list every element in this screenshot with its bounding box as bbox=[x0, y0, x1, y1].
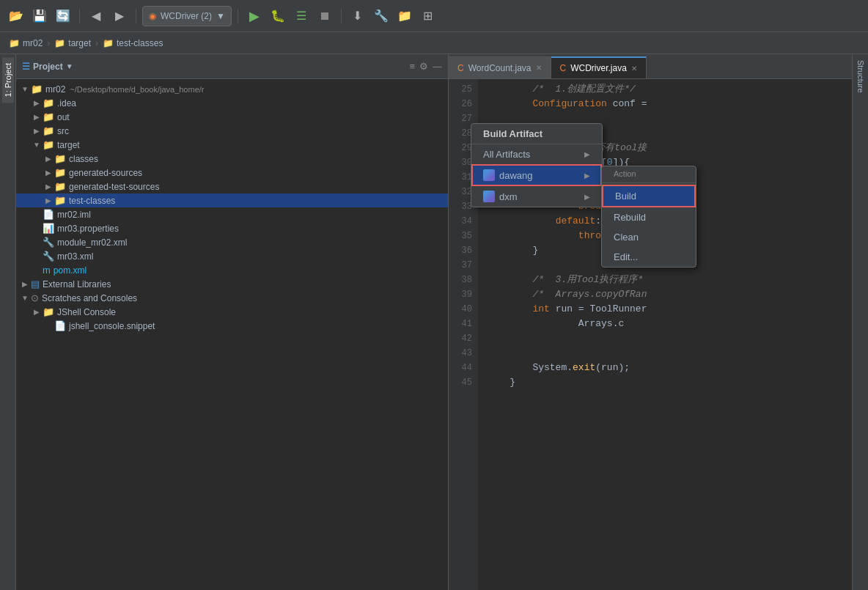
module-mr02-xml-label: module_mr02.xml bbox=[57, 237, 127, 248]
submenu-item-clean[interactable]: Clean bbox=[602, 227, 696, 247]
mr03-xml-label: mr03.xml bbox=[57, 251, 93, 262]
open-folder-icon[interactable]: 📂 bbox=[6, 6, 26, 26]
separator bbox=[341, 9, 342, 23]
all-artifacts-label: All Artifacts bbox=[483, 149, 530, 160]
test-classes-label: test-classes bbox=[69, 196, 115, 206]
project-title-area: ☰ Project ▼ bbox=[22, 62, 73, 72]
tree-item-idea[interactable]: ▶ 📁 .idea bbox=[16, 96, 448, 110]
idea-label: .idea bbox=[57, 98, 76, 108]
right-side-tab: Structure bbox=[852, 54, 868, 590]
expand-ext-libs[interactable]: ▶ bbox=[19, 280, 31, 288]
collapse-all-icon[interactable]: ≡ bbox=[409, 61, 415, 72]
breadcrumb-mr02[interactable]: 📁 mr02 bbox=[9, 38, 43, 48]
project-header: ☰ Project ▼ ≡ ⚙ — bbox=[16, 54, 448, 79]
expand-src[interactable]: ▶ bbox=[31, 127, 43, 135]
folder-icon: 📁 bbox=[43, 111, 54, 122]
menu-item-dawang[interactable]: dawang ▶ bbox=[471, 164, 602, 186]
java-icon-wordcount: C bbox=[457, 63, 464, 73]
tree-item-generated-test-sources[interactable]: ▶ 📁 generated-test-sources bbox=[16, 180, 448, 193]
settings-icon[interactable]: ⚙ bbox=[419, 61, 428, 72]
folder-icon: 📁 bbox=[54, 167, 66, 178]
breadcrumb-test-classes[interactable]: 📁 test-classes bbox=[103, 38, 163, 48]
project-panel-dropdown-icon[interactable]: ▼ bbox=[66, 62, 73, 70]
edit-label: Edit... bbox=[614, 251, 638, 262]
debug-button[interactable]: 🐛 bbox=[268, 6, 288, 26]
expand-idea[interactable]: ▶ bbox=[31, 99, 43, 107]
tree-item-mr02[interactable]: ▼ 📁 mr02 ~/Desktop/home/d_book/java_home… bbox=[16, 82, 448, 96]
tree-item-generated-sources[interactable]: ▶ 📁 generated-sources bbox=[16, 166, 448, 180]
breadcrumb: 📁 mr02 › 📁 target › 📁 test-classes bbox=[0, 32, 868, 54]
tree-item-jshell-snippet[interactable]: ▶ 📄 jshell_console.snippet bbox=[16, 319, 448, 333]
forward-icon[interactable]: ▶ bbox=[109, 6, 130, 26]
build-artifact-title: Build Artifact bbox=[483, 128, 542, 139]
tree-item-external-libs[interactable]: ▶ ▤ External Libraries bbox=[16, 277, 448, 291]
project-structure-icon[interactable]: 📁 bbox=[394, 6, 415, 26]
expand-scratches[interactable]: ▼ bbox=[19, 294, 31, 302]
tree-item-target[interactable]: ▼ 📁 target bbox=[16, 138, 448, 152]
left-side-tab[interactable]: 1: Project bbox=[0, 54, 16, 590]
tree-item-test-classes[interactable]: ▶ 📁 test-classes bbox=[16, 193, 448, 207]
project-side-tab[interactable]: 1: Project bbox=[2, 57, 14, 103]
menu-item-all-artifacts[interactable]: All Artifacts ▶ bbox=[471, 144, 602, 164]
run-button[interactable]: ▶ bbox=[244, 6, 265, 26]
wrench-icon[interactable]: 🔧 bbox=[371, 6, 391, 26]
tree-item-scratches[interactable]: ▼ ⊙ Scratches and Consoles bbox=[16, 291, 448, 305]
tab-wordcount[interactable]: C WordCount.java ✕ bbox=[449, 56, 551, 78]
back-icon[interactable]: ◀ bbox=[86, 6, 106, 26]
terminal-icon[interactable]: ⊞ bbox=[418, 6, 438, 26]
project-header-icons: ≡ ⚙ — bbox=[409, 61, 442, 72]
coverage-button[interactable]: ☰ bbox=[291, 6, 312, 26]
close-wcdriver-tab[interactable]: ✕ bbox=[631, 64, 637, 73]
expand-gen-test-src[interactable]: ▶ bbox=[43, 182, 54, 191]
pom-xml-label: pom.xml bbox=[54, 265, 87, 276]
tree-item-src[interactable]: ▶ 📁 src bbox=[16, 124, 448, 138]
tree-item-mr02-iml[interactable]: ▶ 📄 mr02.iml bbox=[16, 207, 448, 221]
menu-item-dxm[interactable]: dxm ▶ bbox=[471, 186, 602, 207]
breadcrumb-target[interactable]: 📁 target bbox=[54, 38, 91, 48]
expand-test-classes[interactable]: ▶ bbox=[43, 196, 54, 204]
dawang-item-content: dawang bbox=[483, 169, 533, 181]
expand-classes[interactable]: ▶ bbox=[43, 155, 54, 163]
folder-icon: 📁 bbox=[54, 181, 66, 192]
tree-item-pom-xml[interactable]: ▶ m pom.xml bbox=[16, 263, 448, 277]
refresh-icon[interactable]: 🔄 bbox=[53, 6, 73, 26]
expand-gen-src[interactable]: ▶ bbox=[43, 169, 54, 177]
tree-item-jshell[interactable]: ▶ 📁 JShell Console bbox=[16, 305, 448, 319]
folder-icon: 📁 bbox=[43, 97, 54, 108]
file-icon-snippet: 📄 bbox=[54, 320, 66, 331]
tree-item-out[interactable]: ▶ 📁 out bbox=[16, 110, 448, 124]
main-layout: 1: Project ☰ Project ▼ ≡ ⚙ — ▼ 📁 mr02 bbox=[0, 54, 868, 590]
project-tab-label: 1: Project bbox=[4, 63, 12, 97]
run-config-icon: ◉ bbox=[149, 11, 156, 21]
build-artifact-menu: Build Artifact All Artifacts ▶ dawang ▶ bbox=[471, 123, 603, 207]
submenu-sep bbox=[602, 182, 696, 183]
expand-mr02[interactable]: ▼ bbox=[19, 85, 31, 93]
action-submenu: Action Build Rebuild Clean Edit... bbox=[601, 166, 696, 268]
stop-button[interactable]: ⏹ bbox=[315, 6, 335, 26]
tree-item-mr03-properties[interactable]: ▶ 📊 mr03.properties bbox=[16, 221, 448, 235]
expand-out[interactable]: ▶ bbox=[31, 113, 43, 121]
folder-icon: 📁 bbox=[43, 139, 54, 150]
separator bbox=[79, 9, 80, 23]
save-icon[interactable]: 💾 bbox=[29, 6, 50, 26]
expand-target[interactable]: ▼ bbox=[31, 141, 43, 149]
dawang-icon bbox=[483, 169, 495, 181]
run-configuration[interactable]: ◉ WCDriver (2) ▼ bbox=[142, 6, 232, 26]
submenu-item-edit[interactable]: Edit... bbox=[602, 247, 696, 267]
tree-item-mr03-xml[interactable]: ▶ 🔧 mr03.xml bbox=[16, 249, 448, 263]
ext-lib-icon: ▤ bbox=[31, 279, 40, 290]
submenu-item-rebuild[interactable]: Rebuild bbox=[602, 207, 696, 227]
download-icon[interactable]: ⬇ bbox=[347, 6, 368, 26]
dawang-label: dawang bbox=[499, 170, 533, 181]
close-wordcount-tab[interactable]: ✕ bbox=[536, 64, 542, 72]
structure-tab[interactable]: Structure bbox=[855, 54, 867, 99]
breadcrumb-item-mr02: mr02 bbox=[23, 38, 43, 48]
close-panel-icon[interactable]: — bbox=[433, 61, 442, 72]
expand-jshell[interactable]: ▶ bbox=[31, 308, 43, 316]
submenu-item-build[interactable]: Build bbox=[602, 185, 696, 207]
tree-item-module-mr02-xml[interactable]: ▶ 🔧 module_mr02.xml bbox=[16, 235, 448, 249]
tab-wcdriver[interactable]: C WCDriver.java ✕ bbox=[551, 56, 647, 78]
tree-item-classes[interactable]: ▶ 📁 classes bbox=[16, 152, 448, 166]
build-label: Build bbox=[615, 191, 636, 202]
jshell-label: JShell Console bbox=[57, 307, 116, 317]
